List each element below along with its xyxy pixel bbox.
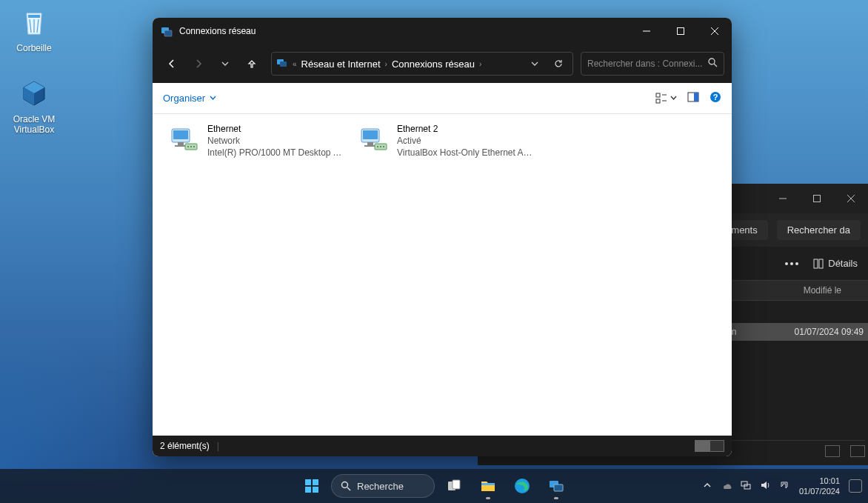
view-mode-details[interactable] bbox=[825, 445, 840, 457]
system-tray[interactable]: 10:01 01/07/2024 bbox=[703, 476, 862, 496]
breadcrumb-segment[interactable]: Réseau et Internet bbox=[301, 59, 381, 70]
taskbar-app-network-connections[interactable] bbox=[541, 471, 571, 501]
taskbar[interactable]: Recherche 10:01 01/07/2024 bbox=[0, 469, 868, 503]
view-mode-details[interactable] bbox=[695, 440, 710, 452]
svg-rect-41 bbox=[313, 479, 318, 485]
chevron-down-icon bbox=[670, 95, 677, 101]
svg-rect-13 bbox=[280, 61, 287, 67]
maximize-button[interactable] bbox=[664, 18, 698, 44]
action-center-icon[interactable] bbox=[778, 479, 790, 493]
svg-rect-33 bbox=[363, 130, 378, 139]
titlebar[interactable]: Connexions réseau bbox=[153, 18, 732, 44]
task-view-icon bbox=[446, 478, 462, 494]
taskbar-app-edge[interactable] bbox=[507, 471, 537, 501]
network-connections-window: Connexions réseau « Réseau et Internet ›… bbox=[153, 18, 732, 456]
content-area[interactable]: Ethernet Network Intel(R) PRO/1000 MT De… bbox=[153, 114, 732, 436]
svg-point-37 bbox=[377, 146, 378, 147]
view-options-button[interactable] bbox=[655, 93, 677, 104]
connection-device: VirtualBox Host-Only Ethernet Ad... bbox=[397, 147, 535, 159]
chevron-right-icon: › bbox=[479, 60, 481, 68]
details-icon bbox=[813, 259, 824, 269]
notifications-button[interactable] bbox=[849, 479, 862, 493]
connection-item[interactable]: Ethernet 2 Activé VirtualBox Host-Only E… bbox=[354, 120, 532, 430]
organize-button[interactable]: Organiser bbox=[163, 93, 216, 104]
start-button[interactable] bbox=[297, 471, 327, 501]
svg-rect-17 bbox=[656, 99, 660, 103]
svg-rect-47 bbox=[453, 480, 460, 489]
desktop-icon-recycle-bin[interactable]: Corbeille bbox=[4, 4, 64, 53]
close-button[interactable] bbox=[698, 18, 732, 44]
network-adapter-icon bbox=[167, 123, 200, 156]
desktop-icon-label: Oracle VM VirtualBox bbox=[4, 114, 64, 135]
svg-rect-5 bbox=[819, 259, 823, 268]
close-button[interactable] bbox=[834, 184, 868, 213]
search-icon[interactable] bbox=[708, 58, 718, 70]
help-icon: ? bbox=[710, 91, 721, 103]
onedrive-icon[interactable] bbox=[721, 479, 732, 493]
connection-item[interactable]: Ethernet Network Intel(R) PRO/1000 MT De… bbox=[164, 120, 342, 430]
help-button[interactable]: ? bbox=[710, 91, 721, 106]
taskbar-clock[interactable]: 10:01 01/07/2024 bbox=[799, 476, 840, 496]
column-modified[interactable]: Modifié le bbox=[804, 285, 841, 296]
details-view-button[interactable]: Détails bbox=[813, 258, 858, 269]
search-button[interactable]: Rechercher da bbox=[777, 220, 861, 240]
forward-button[interactable] bbox=[187, 52, 210, 76]
address-bar[interactable]: « Réseau et Internet › Connexions réseau… bbox=[271, 52, 573, 76]
desktop-icon-virtualbox[interactable]: Oracle VM VirtualBox bbox=[4, 76, 64, 135]
svg-point-30 bbox=[190, 146, 192, 147]
chevron-left-icon[interactable]: « bbox=[293, 60, 297, 68]
minimize-button[interactable] bbox=[630, 18, 664, 44]
preview-pane-button[interactable] bbox=[687, 91, 699, 106]
command-bar: Organiser ? bbox=[153, 83, 732, 114]
svg-point-39 bbox=[383, 146, 384, 147]
recent-locations-button[interactable] bbox=[213, 52, 237, 76]
maximize-button[interactable] bbox=[800, 184, 834, 213]
connection-device: Intel(R) PRO/1000 MT Desktop Ad... bbox=[207, 147, 345, 159]
network-icon[interactable] bbox=[740, 479, 752, 493]
window-title: Connexions réseau bbox=[179, 26, 630, 36]
connection-name: Ethernet 2 bbox=[397, 123, 535, 135]
virtualbox-icon bbox=[16, 76, 52, 111]
view-mode-large[interactable] bbox=[850, 445, 865, 457]
svg-rect-25 bbox=[173, 130, 188, 139]
svg-point-31 bbox=[193, 146, 195, 147]
svg-rect-26 bbox=[178, 142, 184, 145]
preview-pane-icon bbox=[687, 91, 699, 103]
taskbar-app-explorer[interactable] bbox=[473, 471, 503, 501]
minimize-button[interactable] bbox=[766, 184, 800, 213]
connection-name: Ethernet bbox=[207, 123, 345, 135]
edge-icon bbox=[513, 477, 531, 495]
tray-overflow-button[interactable] bbox=[703, 481, 712, 492]
connection-status: Network bbox=[207, 135, 345, 147]
taskbar-search[interactable]: Recherche bbox=[331, 474, 435, 498]
svg-point-44 bbox=[342, 482, 348, 488]
navigation-bar: « Réseau et Internet › Connexions réseau… bbox=[153, 44, 732, 83]
volume-icon[interactable] bbox=[759, 479, 771, 493]
svg-rect-42 bbox=[305, 487, 311, 493]
task-view-button[interactable] bbox=[439, 471, 469, 501]
svg-rect-4 bbox=[814, 259, 818, 268]
search-input[interactable] bbox=[587, 59, 702, 69]
desktop-icon-label: Corbeille bbox=[4, 43, 64, 53]
svg-line-15 bbox=[714, 64, 717, 67]
chevron-right-icon: › bbox=[385, 60, 387, 68]
back-button[interactable] bbox=[160, 52, 184, 76]
search-box[interactable] bbox=[581, 52, 724, 76]
status-item-count: 2 élément(s) bbox=[160, 441, 210, 451]
up-button[interactable] bbox=[240, 52, 264, 76]
history-dropdown-button[interactable] bbox=[525, 60, 544, 67]
breadcrumb-segment[interactable]: Connexions réseau bbox=[392, 59, 475, 70]
view-mode-large-icons[interactable] bbox=[710, 440, 724, 452]
svg-text:?: ? bbox=[713, 93, 718, 101]
connection-status: Activé bbox=[397, 135, 535, 147]
windows-logo-icon bbox=[304, 478, 320, 494]
svg-rect-21 bbox=[694, 93, 698, 101]
svg-point-38 bbox=[380, 146, 381, 147]
svg-rect-40 bbox=[305, 479, 311, 485]
svg-line-45 bbox=[347, 487, 350, 490]
svg-rect-51 bbox=[554, 484, 563, 491]
refresh-button[interactable] bbox=[549, 59, 568, 69]
more-icon[interactable] bbox=[784, 262, 800, 265]
location-icon bbox=[276, 57, 288, 71]
recycle-bin-icon bbox=[16, 4, 52, 40]
